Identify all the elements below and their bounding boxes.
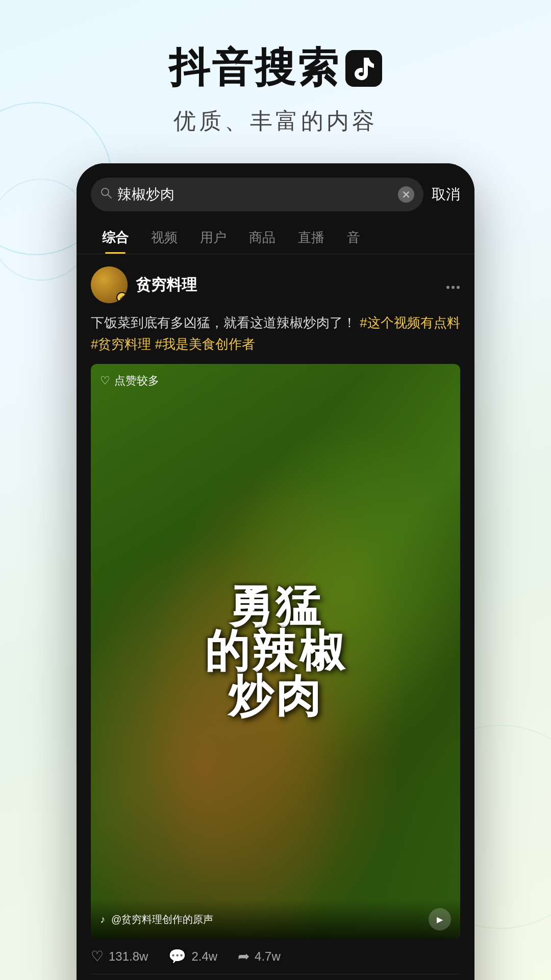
verified-badge: ✓: [116, 292, 128, 303]
title-row: 抖音搜索: [0, 41, 551, 96]
clear-search-button[interactable]: [398, 186, 414, 203]
tab-comprehensive[interactable]: 综合: [91, 222, 140, 254]
header: 抖音搜索 优质、丰富的内容: [0, 0, 551, 157]
svg-point-5: [452, 286, 455, 289]
search-bar-area: 辣椒炒肉 取消: [77, 163, 474, 211]
comment-icon: 💬: [168, 948, 186, 965]
tab-user[interactable]: 用户: [189, 222, 238, 254]
phone-screen: 辣椒炒肉 取消 综合 视频 用户 商品: [77, 163, 474, 980]
content-area: ✓ 贫穷料理 下饭菜到底有多凶猛，就看这道辣椒炒肉了！ #这个视频有点料 #贫穷…: [77, 254, 474, 980]
avatar[interactable]: ✓: [91, 266, 128, 303]
hashtag-3[interactable]: #我是美食创作者: [155, 336, 255, 352]
hashtag-1[interactable]: #这个视频有点料: [360, 315, 460, 330]
interaction-bar: ♡ 131.8w 💬 2.4w ➦ 4.7w: [91, 939, 460, 974]
search-query-text: 辣椒炒肉: [117, 185, 393, 204]
main-title: 抖音搜索: [169, 41, 340, 96]
post-description: 下饭菜到底有多凶猛，就看这道辣椒炒肉了！ #这个视频有点料 #贫穷料理 #我是美…: [91, 312, 460, 355]
subtitle: 优质、丰富的内容: [0, 106, 551, 136]
tab-video[interactable]: 视频: [140, 222, 189, 254]
tiktok-small-icon: ♪: [100, 914, 105, 925]
shares-count[interactable]: ➦ 4.7w: [238, 948, 281, 965]
video-bottom-bar: ♪ @贫穷料理创作的原声 ▶: [91, 900, 460, 939]
video-background: ♡ 点赞较多 勇猛的辣椒炒肉 ♪ @贫穷料理创作的原声 ▶: [91, 364, 460, 939]
svg-point-4: [446, 286, 449, 289]
svg-point-6: [457, 286, 460, 289]
cancel-button[interactable]: 取消: [432, 185, 460, 204]
user-card: ✓ 贫穷料理: [91, 266, 460, 303]
tabs-row: 综合 视频 用户 商品 直播 音: [77, 211, 474, 254]
search-icon: [100, 187, 112, 202]
play-button[interactable]: ▶: [429, 908, 451, 930]
svg-line-1: [108, 194, 111, 198]
username[interactable]: 贫穷料理: [136, 275, 197, 296]
share-icon: ➦: [238, 948, 249, 965]
comments-count[interactable]: 💬 2.4w: [168, 948, 217, 965]
hashtag-2[interactable]: #贫穷料理: [91, 336, 151, 352]
likes-count[interactable]: ♡ 131.8w: [91, 948, 148, 965]
video-text-overlay: 勇猛的辣椒炒肉: [91, 364, 460, 939]
tab-product[interactable]: 商品: [238, 222, 287, 254]
user-info: ✓ 贫穷料理: [91, 266, 197, 303]
tab-audio[interactable]: 音: [336, 222, 371, 254]
audio-label: @贫穷料理创作的原声: [111, 913, 422, 926]
comment-preview: 我不管我最美 我就没一次看时不咽唾沫的 😂 1.2w: [91, 974, 460, 980]
phone-mockup: 辣椒炒肉 取消 综合 视频 用户 商品: [77, 163, 474, 980]
video-thumbnail[interactable]: ♡ 点赞较多 勇猛的辣椒炒肉 ♪ @贫穷料理创作的原声 ▶: [91, 364, 460, 939]
tab-live[interactable]: 直播: [287, 222, 336, 254]
heart-icon-large: ♡: [91, 948, 104, 965]
search-input-wrapper[interactable]: 辣椒炒肉: [91, 178, 423, 211]
more-options-icon[interactable]: [446, 277, 460, 293]
tiktok-logo-icon: [345, 50, 382, 87]
